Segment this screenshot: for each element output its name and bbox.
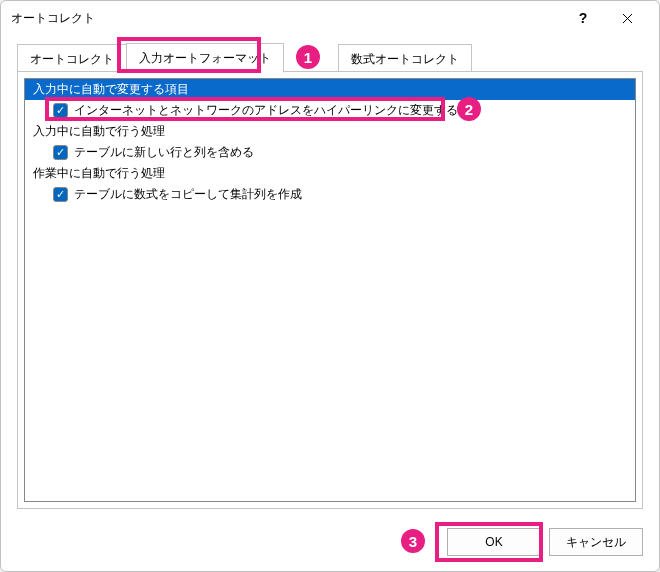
option-label: インターネットとネットワークのアドレスをハイパーリンクに変更する xyxy=(74,102,458,119)
tab-autocorrect[interactable]: オートコレクト xyxy=(17,44,126,73)
checkbox-icon: ✓ xyxy=(53,103,68,118)
autocorrect-dialog: オートコレクト ? オートコレクト 入力オートフォーマット 1 数式オートコレク… xyxy=(0,0,660,572)
group-header-autotype-change: 入力中に自動で変更する項目 xyxy=(25,79,635,100)
group-header-working-process: 作業中に自動で行う処理 xyxy=(25,163,635,184)
option-table-rows-cols[interactable]: ✓ テーブルに新しい行と列を含める xyxy=(25,142,635,163)
tab-strip: オートコレクト 入力オートフォーマット 1 数式オートコレクト xyxy=(17,43,643,71)
options-list: 入力中に自動で変更する項目 ✓ インターネットとネットワークのアドレスをハイパー… xyxy=(24,78,636,502)
close-button[interactable] xyxy=(605,3,649,33)
option-table-formulas[interactable]: ✓ テーブルに数式をコピーして集計列を作成 xyxy=(25,184,635,205)
option-label: テーブルに新しい行と列を含める xyxy=(74,144,254,161)
callout-badge-1: 1 xyxy=(296,45,320,69)
callout-badge-3: 3 xyxy=(401,529,425,553)
cancel-button[interactable]: キャンセル xyxy=(549,528,643,556)
option-hyperlinks[interactable]: ✓ インターネットとネットワークのアドレスをハイパーリンクに変更する xyxy=(25,100,635,121)
tab-math-autocorrect[interactable]: 数式オートコレクト xyxy=(338,44,472,73)
content-area: オートコレクト 入力オートフォーマット 1 数式オートコレクト 入力中に自動で変… xyxy=(1,35,659,513)
window-title: オートコレクト xyxy=(11,10,561,27)
close-icon xyxy=(622,13,633,24)
group-header-autotype-process: 入力中に自動で行う処理 xyxy=(25,121,635,142)
checkbox-icon: ✓ xyxy=(53,187,68,202)
dialog-footer: 3 OK キャンセル xyxy=(1,513,659,571)
option-label: テーブルに数式をコピーして集計列を作成 xyxy=(74,186,302,203)
callout-badge-2: 2 xyxy=(457,97,481,121)
checkbox-icon: ✓ xyxy=(53,145,68,160)
ok-button[interactable]: OK xyxy=(447,528,541,556)
options-pane: 入力中に自動で変更する項目 ✓ インターネットとネットワークのアドレスをハイパー… xyxy=(17,71,643,509)
titlebar: オートコレクト ? xyxy=(1,1,659,35)
tab-autoformat[interactable]: 入力オートフォーマット xyxy=(126,43,284,73)
help-button[interactable]: ? xyxy=(561,3,605,33)
